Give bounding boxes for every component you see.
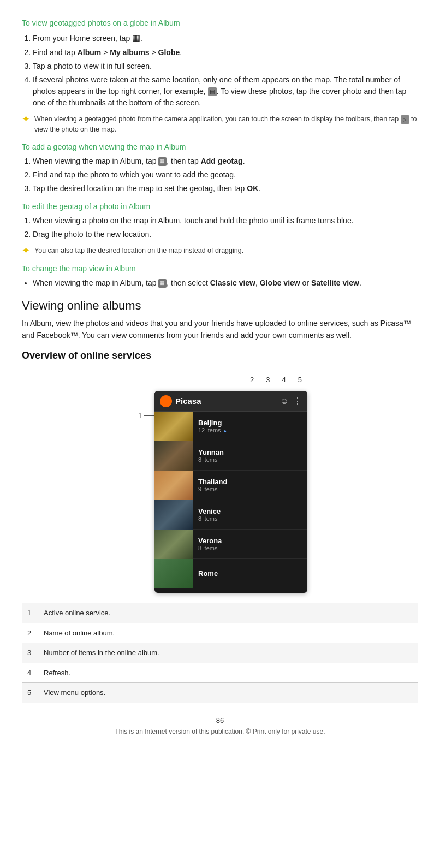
album-row: Yunnan 8 items <box>154 441 307 471</box>
table-cell-def: Refresh. <box>38 663 418 683</box>
album-list: Beijing 12 items ▲ Yunnan 8 items <box>154 412 307 588</box>
album-row: Beijing 12 items ▲ <box>154 412 307 441</box>
album-row: Venice 8 items <box>154 500 307 530</box>
album-info: Rome <box>198 569 303 578</box>
album-info: Verona 8 items <box>198 537 303 551</box>
map-pin-icon: ▷ <box>401 115 409 124</box>
list-item: When viewing the map in Album, tap ▦, th… <box>33 277 418 289</box>
album-name: Thailand <box>198 478 303 486</box>
table-cell-def: Active online service. <box>38 603 418 623</box>
app-name-label: Picasa <box>175 396 280 406</box>
page-number: 86 <box>22 716 418 724</box>
tip-text: When viewing a geotagged photo from the … <box>34 114 418 135</box>
album-info: Venice 8 items <box>198 507 303 522</box>
globe-section: To view geotagged photos on a globe in A… <box>22 19 418 135</box>
table-cell-num: 3 <box>22 643 38 663</box>
edit-geotag-steps: When viewing a photo on the map in Album… <box>33 215 418 240</box>
album-row: Thailand 9 items <box>154 471 307 500</box>
tip-box-edit: ✦ You can also tap the desired location … <box>22 246 418 257</box>
add-geotag-heading: To add a geotag when viewing the map in … <box>22 142 418 151</box>
tip-icon: ✦ <box>22 245 30 257</box>
menu-icon-2: ▦ <box>158 279 167 288</box>
viewing-online-section: Viewing online albums In Album, view the… <box>22 299 418 342</box>
album-thumb-thailand <box>154 471 193 500</box>
screenshot-wrapper: 2 3 4 5 1 Picasa ☺ ⋮ <box>154 391 307 593</box>
list-item: When viewing a photo on the map in Album… <box>33 215 418 227</box>
album-info: Yunnan 8 items <box>198 448 303 463</box>
phone-screen: Picasa ☺ ⋮ Beijing 12 items ▲ <box>154 391 307 593</box>
definition-table: 1 Active online service. 2 Name of onlin… <box>22 603 418 703</box>
list-item: Drag the photo to the new location. <box>33 229 418 240</box>
add-geotag-steps: When viewing the map in Album, tap ▦, th… <box>33 156 418 194</box>
page-footer: 86 This is an Internet version of this p… <box>22 716 418 735</box>
album-count: 8 items <box>198 515 303 522</box>
album-thumb-beijing <box>154 412 193 441</box>
label-4: 4 <box>282 376 286 384</box>
table-row: 2 Name of online album. <box>22 623 418 643</box>
label-3: 3 <box>266 376 270 384</box>
album-thumb-rome <box>154 559 193 588</box>
album-name: Venice <box>198 507 303 515</box>
album-thumb-yunnan <box>154 441 193 471</box>
tip-box-globe: ✦ When viewing a geotagged photo from th… <box>22 114 418 135</box>
table-cell-num: 1 <box>22 603 38 623</box>
table-row: 3 Number of items in the online album. <box>22 643 418 663</box>
overview-title: Overview of online services <box>22 350 418 361</box>
table-cell-def: Number of items in the online album. <box>38 643 418 663</box>
menu-icon: ▦ <box>158 157 167 166</box>
table-row: 4 Refresh. <box>22 663 418 683</box>
table-row: 5 View menu options. <box>22 683 418 703</box>
album-name: Verona <box>198 537 303 545</box>
add-geotag-section: To add a geotag when viewing the map in … <box>22 142 418 194</box>
album-count: 8 items <box>198 456 303 463</box>
album-name: Beijing <box>198 419 303 427</box>
album-thumb-verona <box>154 530 193 559</box>
table-cell-def: Name of online album. <box>38 623 418 643</box>
list-item: If several photos were taken at the same… <box>33 74 418 109</box>
list-item: From your Home screen, tap ▦. <box>33 32 418 45</box>
tip-icon: ✦ <box>22 113 30 125</box>
table-cell-num: 2 <box>22 623 38 643</box>
globe-steps: From your Home screen, tap ▦. Find and t… <box>33 32 418 109</box>
change-map-section: To change the map view in Album When vie… <box>22 264 418 289</box>
table-cell-def: View menu options. <box>38 683 418 703</box>
table-cell-num: 5 <box>22 683 38 703</box>
viewing-online-body: In Album, view the photos and videos tha… <box>22 317 418 342</box>
change-map-heading: To change the map view in Album <box>22 264 418 273</box>
footer-notice: This is an Internet version of this publ… <box>22 728 418 735</box>
list-item: Tap a photo to view it in full screen. <box>33 61 418 72</box>
connector-line <box>144 415 155 416</box>
list-item: When viewing the map in Album, tap ▦, th… <box>33 156 418 167</box>
album-row: Rome <box>154 559 307 588</box>
screenshot-container: 2 3 4 5 1 Picasa ☺ ⋮ <box>22 371 418 593</box>
app-top-bar: Picasa ☺ ⋮ <box>154 391 307 412</box>
album-name: Yunnan <box>198 448 303 456</box>
list-item: Find and tap the photo to which you want… <box>33 169 418 181</box>
list-item: Find and tap Album > My albums > Globe. <box>33 47 418 58</box>
label-5: 5 <box>298 376 302 384</box>
globe-heading: To view geotagged photos on a globe in A… <box>22 19 418 27</box>
photo-stack-icon: ▤ <box>208 87 217 96</box>
list-item: Tap the desired location on the map to s… <box>33 183 418 194</box>
person-icon: ☺ <box>280 396 289 406</box>
album-thumb-venice <box>154 500 193 530</box>
edit-geotag-section: To edit the geotag of a photo in Album W… <box>22 202 418 257</box>
change-map-list: When viewing the map in Album, tap ▦, th… <box>33 277 418 289</box>
album-count: 9 items <box>198 486 303 492</box>
screenshot-numbers: 2 3 4 5 <box>154 376 307 384</box>
album-row: Verona 8 items <box>154 530 307 559</box>
album-info: Thailand 9 items <box>198 478 303 492</box>
album-info: Beijing 12 items ▲ <box>198 419 303 433</box>
top-bar-icons: ☺ ⋮ <box>280 396 302 406</box>
more-options-icon: ⋮ <box>293 396 302 406</box>
label-2: 2 <box>250 376 254 384</box>
edit-geotag-heading: To edit the geotag of a photo in Album <box>22 202 418 211</box>
album-name: Rome <box>198 569 303 578</box>
album-count: 8 items <box>198 545 303 551</box>
picasa-dot-icon <box>160 395 172 407</box>
label-1: 1 <box>138 412 155 420</box>
overview-section: Overview of online services 2 3 4 5 1 Pi… <box>22 350 418 703</box>
album-count: 12 items ▲ <box>198 427 303 433</box>
tip-text: You can also tap the desired location on… <box>34 246 243 256</box>
viewing-online-title: Viewing online albums <box>22 299 418 313</box>
